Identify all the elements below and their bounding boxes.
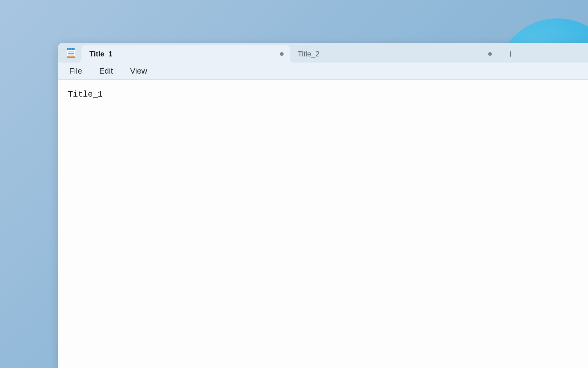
svg-rect-3 <box>69 48 70 50</box>
menu-edit[interactable]: Edit <box>92 64 120 78</box>
svg-rect-10 <box>67 56 75 58</box>
svg-rect-4 <box>70 48 71 50</box>
svg-rect-8 <box>68 53 74 54</box>
notepad-icon <box>66 47 77 58</box>
tab-1-label: Title_1 <box>89 50 275 58</box>
menubar: File Edit View <box>58 63 588 80</box>
tab-2[interactable]: Title_2 <box>290 45 498 63</box>
tabs-container: Title_1 Title_2 <box>81 43 588 63</box>
svg-rect-7 <box>68 52 74 52</box>
svg-rect-9 <box>68 55 74 56</box>
tab-1[interactable]: Title_1 <box>81 45 290 63</box>
menu-view[interactable]: View <box>123 64 155 78</box>
tab-2-modified-indicator[interactable] <box>488 52 492 56</box>
svg-rect-6 <box>74 48 74 50</box>
notepad-window: Title_1 Title_2 File Edit View Title_1 <box>58 43 588 368</box>
svg-rect-5 <box>72 48 73 50</box>
tab-2-label: Title_2 <box>298 50 483 58</box>
titlebar[interactable]: Title_1 Title_2 <box>58 43 588 63</box>
svg-rect-2 <box>67 48 68 50</box>
editor-textarea[interactable]: Title_1 <box>58 80 588 368</box>
plus-icon <box>507 51 514 57</box>
tab-1-modified-indicator[interactable] <box>280 52 284 56</box>
new-tab-button[interactable] <box>502 45 519 63</box>
menu-file[interactable]: File <box>62 64 89 78</box>
